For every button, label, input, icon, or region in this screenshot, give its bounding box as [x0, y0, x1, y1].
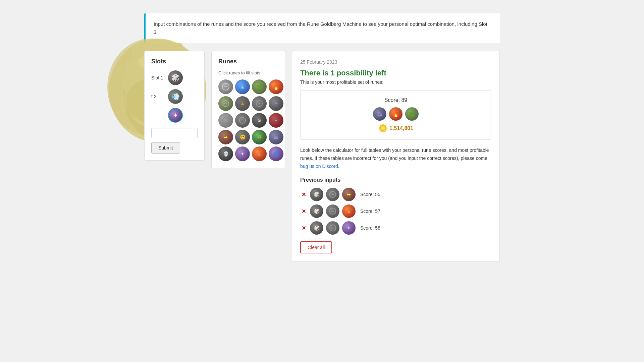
runes-title: Runes: [218, 58, 278, 65]
runes-panel: Runes Click runes to fill slots ▲ 🌿 🔥: [211, 51, 285, 168]
prev-input-row-2: ✕ 🎲 ▲ Score: 57: [300, 204, 491, 218]
rune-cosmic-r[interactable]: 🍀: [252, 130, 267, 144]
look-below-text-1: Look below the calculator for full table…: [300, 147, 489, 161]
slot-3-icon: ✦: [173, 111, 178, 119]
most-profitable-text: This is your most profitable set of rune…: [300, 79, 491, 85]
gp-row: 🪙 1,514,801: [307, 124, 484, 133]
prev-1-score: Score: 55: [360, 192, 380, 197]
rune-smoke-r[interactable]: [252, 96, 267, 111]
intro-text: Input combinations of the runes and the …: [154, 20, 492, 36]
results-panel: 25 February 2023 There is 1 possibility …: [292, 51, 500, 262]
slot-2-rune[interactable]: 💨: [168, 89, 183, 104]
slot-row-2: t 2 💨: [151, 89, 198, 104]
rune-death-r[interactable]: ⚙: [252, 113, 267, 128]
result-rune-earth: 🌿: [405, 107, 419, 121]
prev-3-score: Score: 58: [360, 225, 380, 231]
slot-3-rune[interactable]: ✦: [168, 108, 183, 123]
rune-blood-r[interactable]: ✦: [269, 113, 283, 128]
prev-3-rune-3: ✦: [342, 221, 356, 235]
prev-1-rune-3: ➡: [342, 188, 356, 201]
score-label: Score: 89: [307, 97, 484, 103]
rune-nature[interactable]: [218, 113, 233, 128]
rune-body[interactable]: ▲: [235, 96, 250, 111]
slot-2-icon: 💨: [171, 93, 180, 101]
svg-point-12: [239, 117, 246, 123]
svg-point-9: [223, 101, 229, 107]
coin-icon: 🪙: [378, 124, 387, 133]
remove-btn-3[interactable]: ✕: [300, 225, 307, 231]
slot-row-3: ✦: [151, 108, 198, 123]
prev-1-rune-2: [326, 188, 339, 201]
rune-fire[interactable]: 🔥: [269, 79, 283, 94]
discord-link[interactable]: bug us on Discord: [300, 164, 338, 169]
previous-inputs-title: Previous inputs: [300, 177, 491, 183]
slot-2-label: t 2: [151, 94, 165, 99]
gp-amount: 1,514,801: [389, 125, 413, 131]
runes-subtitle: Click runes to fill slots: [218, 70, 278, 75]
slot-1-rune[interactable]: 🎲: [168, 70, 183, 85]
clear-all-button[interactable]: Clear all: [300, 241, 332, 253]
score-input[interactable]: [151, 128, 198, 138]
intro-box: Input combinations of the runes and the …: [144, 13, 500, 43]
possibility-title: There is 1 possibility left: [300, 69, 491, 77]
slot-1-label: Slot 1: [151, 75, 165, 80]
rune-law[interactable]: [235, 113, 250, 128]
prev-2-score: Score: 57: [360, 208, 380, 214]
rune-steam[interactable]: 🌀: [269, 146, 283, 161]
result-rune-law: ⚖: [373, 107, 386, 121]
remove-btn-1[interactable]: ✕: [300, 191, 307, 198]
result-combo: ⚖ 🔥 🌿: [307, 107, 484, 121]
prev-2-rune-3: ▲: [342, 204, 356, 218]
score-box: Score: 89 ⚖ 🔥 🌿 🪙: [300, 90, 491, 140]
prev-2-rune-1: 🎲: [310, 204, 323, 218]
prev-input-row-1: ✕ 🎲 ➡ Score: 55: [300, 188, 491, 201]
rune-mist[interactable]: ⚖: [269, 130, 283, 144]
rune-chaos-r[interactable]: ✦: [269, 96, 283, 111]
look-below-text-2: .: [338, 164, 339, 169]
rune-astral[interactable]: 😊: [235, 130, 250, 144]
prev-input-row-3: ✕ 🎲 ✦ Score: 58: [300, 221, 491, 235]
slot-row-1: Slot 1 🎲: [151, 70, 198, 85]
slot-1-icon: 🎲: [171, 74, 180, 82]
rune-earth[interactable]: 🌿: [252, 79, 267, 94]
rune-mind[interactable]: [218, 96, 233, 111]
prev-2-rune-2: [326, 204, 339, 218]
svg-point-11: [223, 117, 229, 123]
submit-button[interactable]: Submit: [151, 142, 180, 154]
remove-btn-2[interactable]: ✕: [300, 208, 307, 215]
rune-lava-r[interactable]: ▲: [252, 146, 267, 161]
runes-grid: ▲ 🌿 🔥 ▲ ✦: [218, 79, 278, 161]
results-date: 25 February 2023: [300, 59, 491, 65]
look-below-text: Look below the calculator for full table…: [300, 146, 491, 170]
slots-panel: Slots Slot 1 🎲 t 2 💨 ✦ Submit: [144, 51, 205, 161]
prev-3-rune-2: [326, 221, 339, 235]
prev-1-rune-1: 🎲: [310, 188, 323, 201]
rune-air[interactable]: [218, 79, 233, 94]
rune-dust[interactable]: 💀: [218, 146, 233, 161]
svg-point-8: [222, 83, 229, 90]
result-rune-fire: 🔥: [389, 107, 402, 121]
rune-soul[interactable]: ➡: [218, 130, 233, 144]
slots-title: Slots: [151, 58, 198, 65]
prev-3-rune-1: 🎲: [310, 221, 323, 235]
rune-mud[interactable]: ✦: [235, 146, 250, 161]
rune-water[interactable]: ▲: [235, 79, 250, 94]
